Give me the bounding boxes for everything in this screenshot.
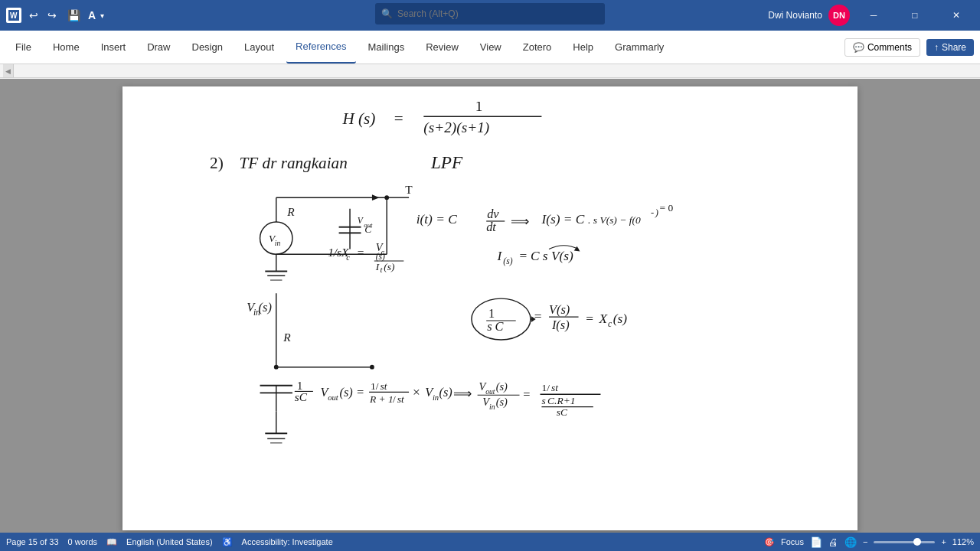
dropdown-arrow[interactable]: ▾ bbox=[100, 11, 104, 20]
page-info: Page 15 of 33 bbox=[6, 537, 59, 546]
restore-button[interactable]: □ bbox=[897, 0, 933, 31]
tab-file[interactable]: File bbox=[6, 31, 41, 64]
search-bar[interactable]: 🔍 bbox=[375, 3, 605, 24]
tab-references[interactable]: References bbox=[286, 31, 355, 64]
svg-text:st: st bbox=[551, 382, 559, 393]
svg-text:out: out bbox=[328, 393, 339, 402]
svg-text:=: = bbox=[534, 309, 542, 324]
redo-button[interactable]: ↪ bbox=[44, 8, 60, 23]
tab-draw[interactable]: Draw bbox=[138, 31, 179, 64]
svg-text:in: in bbox=[433, 393, 439, 402]
word-count: 0 words bbox=[68, 537, 98, 546]
ruler-svg: // generate ruler marks via JS below bbox=[14, 64, 977, 77]
comments-label: Comments bbox=[867, 42, 912, 53]
save-button[interactable]: 💾 bbox=[64, 8, 83, 23]
svg-text:dt: dt bbox=[486, 220, 496, 234]
svg-text:c: c bbox=[608, 319, 612, 328]
svg-text:R + 1: R + 1 bbox=[369, 393, 394, 405]
search-input[interactable] bbox=[397, 8, 599, 19]
svg-marker-57 bbox=[574, 246, 580, 252]
format-button[interactable]: A bbox=[88, 9, 96, 21]
undo-redo-group: ↩ ↪ bbox=[26, 8, 60, 23]
minimize-button[interactable]: ─ bbox=[856, 0, 891, 31]
svg-text:sC: sC bbox=[295, 390, 308, 403]
svg-text:=: = bbox=[394, 109, 403, 128]
close-button[interactable]: ✕ bbox=[939, 0, 974, 31]
svg-text:R: R bbox=[286, 205, 295, 218]
read-view-icon[interactable]: 📄 bbox=[810, 536, 822, 548]
share-label: Share bbox=[942, 42, 966, 53]
svg-text:2): 2) bbox=[210, 154, 224, 172]
tab-mailings[interactable]: Mailings bbox=[359, 31, 414, 64]
svg-text:. s V(s) − f(0: . s V(s) − f(0 bbox=[588, 214, 641, 226]
focus-icon[interactable]: 🎯 bbox=[764, 537, 775, 547]
svg-marker-17 bbox=[372, 194, 380, 201]
svg-text:1: 1 bbox=[297, 379, 303, 392]
ruler-marks: // generate ruler marks via JS below bbox=[14, 64, 977, 77]
svg-text:(s): (s) bbox=[259, 300, 272, 315]
svg-text:H (s): H (s) bbox=[341, 109, 375, 128]
svg-text:1: 1 bbox=[541, 382, 547, 393]
undo-button[interactable]: ↩ bbox=[26, 8, 41, 23]
titlebar-right: Dwi Novianto DN ─ □ ✕ bbox=[652, 0, 974, 31]
tab-review[interactable]: Review bbox=[416, 31, 468, 64]
focus-label[interactable]: Focus bbox=[781, 537, 804, 546]
comments-button[interactable]: 💬 Comments bbox=[844, 38, 920, 57]
svg-text:(s+2)(s+1): (s+2)(s+1) bbox=[423, 119, 489, 136]
svg-text:s: s bbox=[541, 395, 545, 406]
svg-text:in: in bbox=[489, 403, 495, 411]
svg-text:C s V(s): C s V(s) bbox=[531, 249, 573, 263]
svg-point-79 bbox=[274, 365, 279, 370]
svg-text:in: in bbox=[275, 239, 281, 247]
handwriting-svg: H (s) = 1 (s+2)(s+1) 2) TF dr rangkaian … bbox=[168, 102, 812, 500]
svg-text:R: R bbox=[283, 331, 291, 344]
user-name: Dwi Novianto bbox=[768, 10, 822, 21]
document-area[interactable]: H (s) = 1 (s+2)(s+1) 2) TF dr rangkaian … bbox=[0, 79, 980, 533]
tab-grammarly[interactable]: Grammarly bbox=[606, 31, 673, 64]
user-avatar[interactable]: DN bbox=[828, 5, 850, 26]
svg-text:/: / bbox=[547, 382, 550, 393]
title-bar: W ↩ ↪ 💾 A ▾ Catatan Tek Kendali 2022.doc… bbox=[0, 0, 980, 31]
zoom-slider[interactable] bbox=[874, 541, 935, 543]
svg-text:/: / bbox=[393, 393, 396, 405]
zoom-thumb[interactable] bbox=[913, 538, 921, 546]
tab-layout[interactable]: Layout bbox=[235, 31, 283, 64]
zoom-level: 112% bbox=[952, 537, 974, 546]
left-margin-button[interactable]: ◀ bbox=[3, 64, 14, 78]
svg-text:I: I bbox=[497, 249, 503, 263]
tab-view[interactable]: View bbox=[471, 31, 511, 64]
proofing-icon: 📖 bbox=[106, 537, 117, 547]
share-icon: ↑ bbox=[934, 42, 939, 53]
share-button[interactable]: ↑ Share bbox=[926, 39, 974, 56]
search-icon: 🔍 bbox=[381, 8, 393, 19]
svg-text:t: t bbox=[381, 266, 384, 274]
svg-text:out: out bbox=[364, 221, 373, 229]
svg-text:LPF: LPF bbox=[430, 152, 463, 172]
handwriting-content: H (s) = 1 (s+2)(s+1) 2) TF dr rangkaian … bbox=[168, 102, 812, 500]
web-view-icon[interactable]: 🌐 bbox=[844, 536, 857, 548]
svg-text:1: 1 bbox=[475, 102, 483, 114]
ribbon: File Home Insert Draw Design Layout Refe… bbox=[0, 31, 980, 64]
titlebar-left: W ↩ ↪ 💾 A ▾ bbox=[6, 8, 328, 23]
print-view-icon[interactable]: 🖨 bbox=[828, 536, 838, 548]
svg-text:⟹: ⟹ bbox=[511, 214, 529, 229]
zoom-out-button[interactable]: − bbox=[863, 537, 867, 546]
tab-design[interactable]: Design bbox=[183, 31, 232, 64]
svg-text:X: X bbox=[599, 311, 609, 326]
svg-text:(s): (s) bbox=[503, 256, 512, 266]
svg-text:st: st bbox=[381, 380, 388, 392]
tab-insert[interactable]: Insert bbox=[92, 31, 136, 64]
tab-zotero[interactable]: Zotero bbox=[514, 31, 561, 64]
svg-text:×: × bbox=[413, 385, 420, 399]
ribbon-right: 💬 Comments ↑ Share bbox=[844, 38, 974, 57]
zoom-in-button[interactable]: + bbox=[941, 537, 946, 546]
accessibility-icon: ♿ bbox=[222, 537, 233, 547]
svg-text:V(s): V(s) bbox=[549, 302, 570, 317]
accessibility-label[interactable]: Accessibility: Investigate bbox=[242, 537, 333, 546]
word-icon: W bbox=[6, 8, 21, 23]
svg-text:=: = bbox=[520, 249, 528, 263]
svg-rect-2 bbox=[14, 64, 977, 77]
svg-point-80 bbox=[370, 365, 374, 370]
tab-home[interactable]: Home bbox=[44, 31, 89, 64]
tab-help[interactable]: Help bbox=[564, 31, 603, 64]
